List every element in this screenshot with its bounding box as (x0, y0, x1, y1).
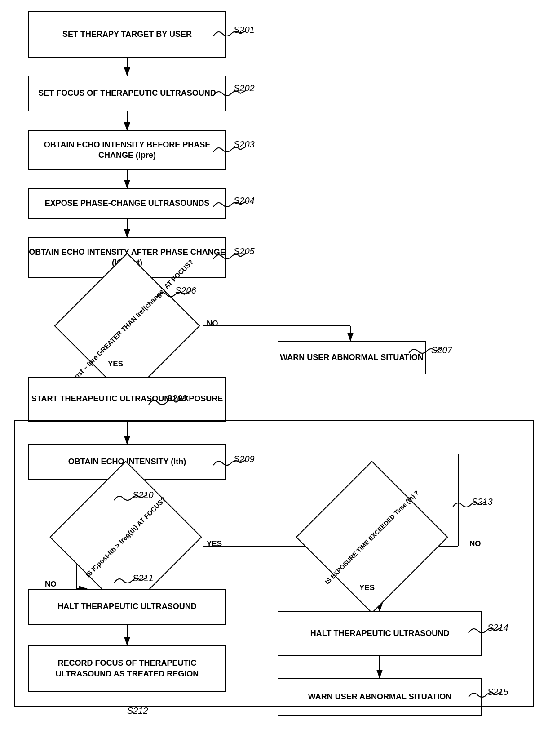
svg-line-23 (240, 201, 246, 205)
svg-line-20 (240, 31, 246, 34)
label-no-d3: NO (469, 539, 481, 548)
svg-line-29 (141, 495, 147, 498)
box-s203: OBTAIN ECHO INTENSITY BEFORE PHASE CHANG… (28, 130, 226, 170)
svg-line-24 (240, 253, 246, 257)
svg-line-27 (176, 399, 181, 402)
label-no-d1: NO (207, 319, 218, 328)
svg-line-25 (184, 291, 190, 294)
box-s212-record: RECORD FOCUS OF THERAPEUTIC ULTRASOUND A… (28, 645, 226, 692)
diamond-s210: IS ICpost-Ith > Ireg(th) AT FOCUS? (13, 492, 238, 582)
svg-line-32 (495, 627, 501, 631)
box-s211-halt: HALT THERAPEUTIC ULTRASOUND (28, 589, 226, 625)
box-s215-warn: WARN USER ABNORMAL SITUATION (278, 678, 482, 716)
label-yes-d2: YES (207, 539, 222, 548)
flowchart: SET THERAPY TARGET BY USER S201 SET FOCU… (0, 0, 557, 756)
label-yes-d1: YES (108, 360, 123, 369)
box-s214-halt: HALT THERAPEUTIC ULTRASOUND (278, 611, 482, 656)
svg-line-26 (436, 348, 442, 351)
svg-line-30 (141, 578, 147, 581)
label-s212: S212 (127, 706, 148, 716)
diamond-s206: IS ICpost – Ipre GREATER THAN Iref(chang… (28, 288, 226, 364)
svg-line-28 (240, 460, 246, 463)
box-s204: EXPOSE PHASE-CHANGE ULTRASOUNDS (28, 188, 226, 219)
box-s202: SET FOCUS OF THERAPEUTIC ULTRASOUND (28, 76, 226, 111)
box-s201: SET THERAPY TARGET BY USER (28, 11, 226, 58)
label-yes-d3: YES (359, 583, 375, 592)
svg-line-21 (240, 90, 246, 93)
box-s208: START THERAPEUTIC ULTRASOUND EXPOSURE (28, 377, 226, 422)
svg-line-33 (495, 692, 501, 695)
svg-line-22 (240, 147, 246, 150)
svg-line-31 (480, 502, 486, 505)
label-no-d2: NO (45, 580, 57, 589)
box-s207: WARN USER ABNORMAL SITUATION (278, 341, 426, 374)
diamond-s213: IS EXPOSURE TIME EXCEEDED Time (th) ? (278, 492, 466, 582)
